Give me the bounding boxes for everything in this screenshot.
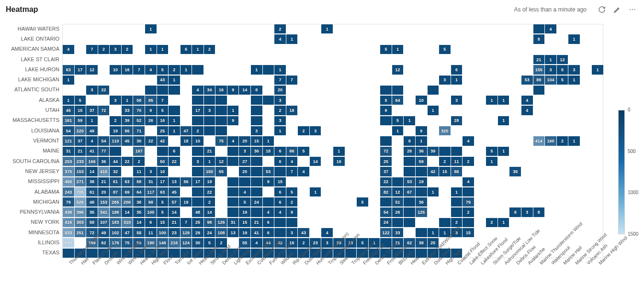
- heatmap-cell[interactable]: 4: [521, 106, 533, 115]
- heatmap-cell[interactable]: 64: [392, 96, 404, 105]
- heatmap-cell[interactable]: 8: [404, 136, 415, 145]
- heatmap-cell[interactable]: 13: [227, 228, 239, 237]
- heatmap-cell[interactable]: 3: [239, 147, 250, 156]
- heatmap-cell[interactable]: 110: [110, 136, 121, 145]
- heatmap-cell[interactable]: 153: [98, 197, 110, 207]
- heatmap-cell[interactable]: 1: [498, 218, 509, 227]
- heatmap-cell[interactable]: 107: [98, 218, 110, 227]
- heatmap-cell[interactable]: 36: [416, 147, 427, 156]
- heatmap-cell[interactable]: 38: [509, 167, 521, 176]
- heatmap-cell[interactable]: 43: [298, 228, 309, 237]
- heatmap-cell[interactable]: 63: [122, 177, 133, 186]
- heatmap-cell[interactable]: 7: [133, 65, 145, 74]
- heatmap-cell[interactable]: 18: [286, 106, 298, 115]
- heatmap-cell[interactable]: 167: [133, 147, 145, 156]
- heatmap-cell[interactable]: 45: [63, 106, 74, 115]
- heatmap-cell[interactable]: 2: [169, 65, 180, 74]
- heatmap-cell[interactable]: [215, 106, 227, 115]
- heatmap-cell[interactable]: 17: [192, 177, 203, 186]
- heatmap-cell[interactable]: 52: [133, 116, 145, 125]
- heatmap-cell[interactable]: [251, 96, 262, 105]
- heatmap-cell[interactable]: 3: [545, 65, 556, 74]
- heatmap-cell[interactable]: 341: [98, 207, 110, 217]
- heatmap-cell[interactable]: 6: [274, 157, 286, 166]
- heatmap-cell[interactable]: 3: [192, 157, 203, 166]
- heatmap-cell[interactable]: 1: [192, 45, 203, 54]
- heatmap-cell[interactable]: 1: [145, 45, 157, 54]
- heatmap-cell[interactable]: 14: [86, 167, 98, 176]
- heatmap-cell[interactable]: 20: [239, 167, 250, 176]
- heatmap-cell[interactable]: 4: [545, 24, 556, 33]
- heatmap-cell[interactable]: 117: [145, 187, 157, 196]
- heatmap-cell[interactable]: 10: [192, 136, 203, 145]
- heatmap-cell[interactable]: 16: [122, 65, 133, 74]
- heatmap-cell[interactable]: 1: [122, 96, 133, 105]
- heatmap-cell[interactable]: 2: [204, 197, 215, 207]
- heatmap-cell[interactable]: 1: [169, 76, 180, 85]
- heatmap-cell[interactable]: 21: [98, 177, 110, 186]
- heatmap-cell[interactable]: [439, 147, 451, 156]
- heatmap-cell[interactable]: 108: [215, 228, 227, 237]
- heatmap-cell[interactable]: 7: [286, 76, 298, 85]
- heatmap-cell[interactable]: [416, 167, 427, 176]
- heatmap-cell[interactable]: 38: [86, 177, 98, 186]
- heatmap-cell[interactable]: 4: [263, 207, 274, 217]
- heatmap-cell[interactable]: 1: [451, 76, 463, 85]
- heatmap-cell[interactable]: 24: [204, 228, 215, 237]
- heatmap-cell[interactable]: 271: [75, 177, 86, 186]
- heatmap-cell[interactable]: [63, 249, 74, 258]
- heatmap-cell[interactable]: [227, 187, 239, 196]
- heatmap-cell[interactable]: 1: [486, 96, 497, 105]
- heatmap-cell[interactable]: [404, 218, 415, 227]
- heatmap-cell[interactable]: 1: [498, 147, 509, 156]
- heatmap-cell[interactable]: [274, 167, 286, 176]
- heatmap-cell[interactable]: 5: [239, 197, 250, 207]
- heatmap-cell[interactable]: [192, 116, 203, 125]
- heatmap-cell[interactable]: 19: [239, 228, 250, 237]
- heatmap-cell[interactable]: 4: [521, 96, 533, 105]
- heatmap-cell[interactable]: 72: [380, 147, 392, 156]
- heatmap-cell[interactable]: [227, 157, 239, 166]
- heatmap-cell[interactable]: 3: [439, 76, 451, 85]
- heatmap-cell[interactable]: [157, 86, 169, 95]
- heatmap-cell[interactable]: 23: [169, 228, 180, 237]
- heatmap-cell[interactable]: 5: [557, 65, 568, 74]
- heatmap-cell[interactable]: 14: [310, 157, 321, 166]
- heatmap-cell[interactable]: 5: [157, 197, 169, 207]
- heatmap-cell[interactable]: [251, 106, 262, 115]
- heatmap-cell[interactable]: 82: [380, 187, 392, 196]
- heatmap-cell[interactable]: 15: [274, 177, 286, 186]
- refresh-icon[interactable]: [596, 4, 608, 15]
- heatmap-cell[interactable]: 37: [75, 136, 86, 145]
- heatmap-cell[interactable]: 19: [416, 177, 427, 186]
- heatmap-cell[interactable]: 3: [521, 207, 533, 217]
- heatmap-cell[interactable]: 4: [463, 177, 474, 186]
- heatmap-cell[interactable]: 26: [404, 147, 415, 156]
- heatmap-cell[interactable]: 44: [110, 157, 121, 166]
- heatmap-cell[interactable]: 19: [181, 197, 192, 207]
- heatmap-cell[interactable]: 4: [321, 228, 333, 237]
- heatmap-cell[interactable]: 70: [133, 106, 145, 115]
- heatmap-cell[interactable]: [428, 86, 439, 95]
- heatmap-cell[interactable]: 58: [133, 228, 145, 237]
- heatmap-cell[interactable]: 43: [157, 76, 169, 85]
- heatmap-cell[interactable]: 7: [286, 167, 298, 176]
- heatmap-cell[interactable]: [145, 86, 157, 95]
- heatmap-cell[interactable]: [416, 187, 427, 196]
- heatmap-cell[interactable]: 2: [192, 126, 203, 135]
- heatmap-cell[interactable]: 1: [416, 136, 427, 145]
- heatmap-cell[interactable]: 38: [416, 238, 427, 247]
- heatmap-cell[interactable]: [169, 106, 180, 115]
- heatmap-cell[interactable]: 63: [63, 65, 74, 74]
- heatmap-cell[interactable]: 7: [274, 76, 286, 85]
- heatmap-cell[interactable]: 4: [145, 65, 157, 74]
- heatmap-cell[interactable]: 56: [181, 177, 192, 186]
- heatmap-cell[interactable]: [204, 116, 215, 125]
- heatmap-cell[interactable]: 416: [63, 218, 74, 227]
- heatmap-cell[interactable]: 233: [75, 157, 86, 166]
- heatmap-cell[interactable]: [192, 147, 203, 156]
- heatmap-cell[interactable]: 22: [122, 157, 133, 166]
- heatmap-cell[interactable]: 303: [75, 218, 86, 227]
- heatmap-cell[interactable]: 18: [263, 147, 274, 156]
- heatmap-cell[interactable]: 1: [498, 96, 509, 105]
